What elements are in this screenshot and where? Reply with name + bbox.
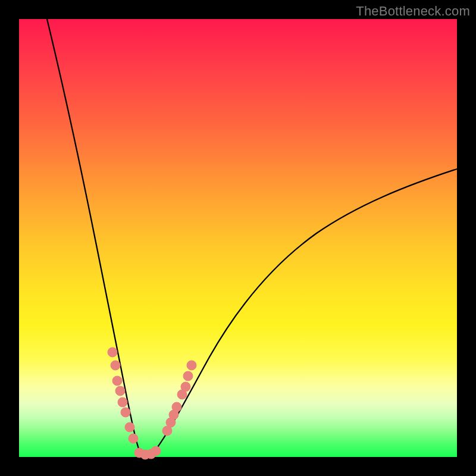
plot-area	[19, 19, 457, 457]
chart-frame: TheBottleneck.com	[0, 0, 476, 476]
marker-dot	[108, 347, 117, 357]
marker-dot	[115, 386, 125, 396]
marker-dot	[172, 402, 181, 412]
marker-dot	[121, 408, 130, 417]
marker-dot	[111, 361, 120, 370]
marker-dot	[187, 361, 196, 370]
marker-dot	[183, 371, 193, 381]
marker-dot	[129, 434, 138, 443]
marker-dot	[181, 382, 190, 392]
chart-svg	[19, 19, 457, 457]
curve-left-branch	[47, 19, 141, 455]
marker-dot	[125, 422, 134, 432]
marker-dot	[118, 397, 127, 407]
watermark-text: TheBottleneck.com	[356, 4, 470, 19]
marker-dot	[151, 446, 161, 456]
marker-dot	[112, 376, 122, 386]
curve-right-branch	[151, 169, 457, 455]
